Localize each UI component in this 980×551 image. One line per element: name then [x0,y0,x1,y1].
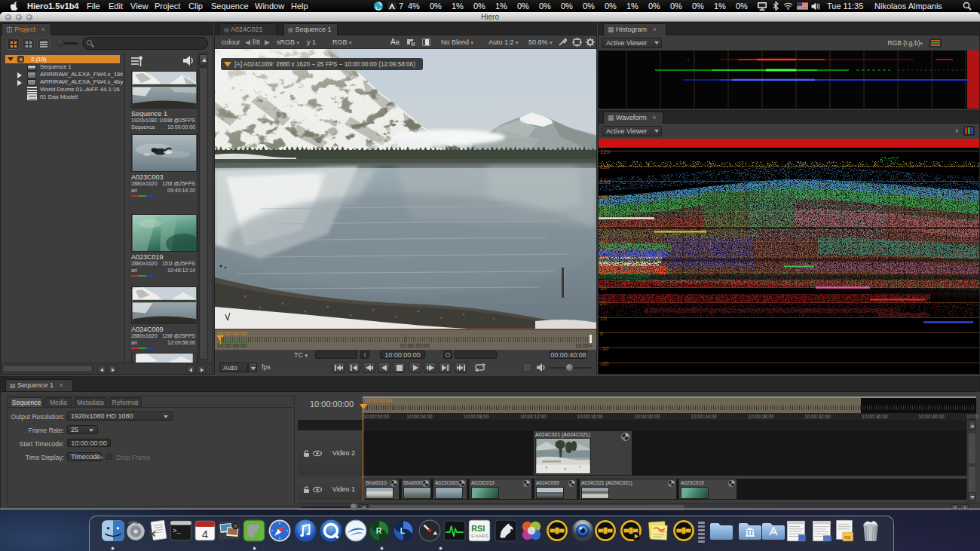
svg-text:40: 40 [600,270,607,277]
svg-text:RSI: RSI [844,535,851,540]
svg-text:L: L [400,526,406,535]
svg-text:-20: -20 [600,360,609,367]
svg-text:RSI: RSI [471,524,485,533]
svg-text:-10: -10 [600,345,609,352]
svg-text:0: 0 [600,330,604,337]
svg-text:G U A R D: G U A R D [471,534,488,538]
svg-text:>_: >_ [173,528,181,535]
svg-text:100: 100 [600,179,611,185]
svg-text:10: 10 [600,315,607,322]
svg-text:4: 4 [202,528,208,540]
svg-text:50: 50 [600,254,607,261]
svg-text:90: 90 [600,194,607,201]
svg-text:R: R [376,526,382,535]
svg-text:30: 30 [600,285,607,292]
svg-text:120: 120 [600,148,611,155]
svg-text:110: 110 [600,164,610,170]
svg-text:[A] A024C009: 2880 x 1620 – 25: [A] A024C009: 2880 x 1620 – 25 FPS – 10:… [234,61,415,68]
svg-text:Train: Train [658,529,666,534]
svg-text:20: 20 [600,300,607,307]
svg-text:80: 80 [600,209,607,216]
svg-text:60: 60 [600,239,607,246]
svg-text:70: 70 [600,224,607,231]
